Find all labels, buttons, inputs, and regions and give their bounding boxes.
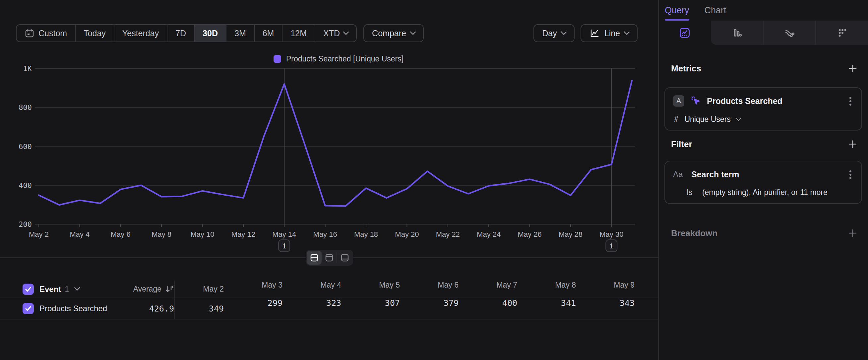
range-label: 7D xyxy=(176,29,186,38)
range-7d-button[interactable]: 7D xyxy=(167,25,194,41)
layout-table-only-button[interactable] xyxy=(337,251,352,265)
chevron-down-icon[interactable] xyxy=(74,285,80,290)
add-breakdown-button[interactable] xyxy=(847,228,858,239)
x-axis-label: May 18 xyxy=(354,230,378,239)
range-label: Custom xyxy=(38,29,67,38)
y-axis-label: 1K xyxy=(23,64,32,73)
metric-card-row: A Products Searched xyxy=(673,95,854,107)
x-axis-label: May 20 xyxy=(395,230,419,239)
add-filter-button[interactable] xyxy=(847,139,858,149)
filter-condition-row[interactable]: Is (empty string), Air purifier, or 11 m… xyxy=(686,188,828,197)
x-axis-label: May 30 xyxy=(599,230,623,239)
bar-chart-icon xyxy=(731,27,743,39)
table-row[interactable]: Products Searched [Un... 426.9 349299323… xyxy=(0,298,658,320)
table-cell-value: 323 xyxy=(282,298,341,319)
sort-icon xyxy=(165,285,174,294)
insights-chart-icon xyxy=(679,27,691,39)
tab-query[interactable]: Query xyxy=(665,0,689,21)
flows-icon xyxy=(783,27,796,39)
data-line-series[interactable] xyxy=(39,80,632,206)
tab-chart-label: Chart xyxy=(705,5,726,16)
range-xtd-button[interactable]: XTD xyxy=(315,25,356,41)
view-tab-flows[interactable] xyxy=(763,21,816,45)
table-col-header: May 2 xyxy=(174,281,224,298)
string-property-icon: Aa xyxy=(673,170,686,179)
date-header-cells: May 2May 3May 4May 5May 6May 7May 8May 9 xyxy=(174,281,634,298)
tab-chart[interactable]: Chart xyxy=(705,0,726,21)
filter-title: Filter xyxy=(671,139,692,149)
view-tab-retention[interactable] xyxy=(815,21,868,45)
x-axis-label: May 22 xyxy=(436,230,460,239)
table-col-header: May 7 xyxy=(459,281,517,298)
breakdown-section-header: Breakdown xyxy=(671,227,858,239)
table-cell-value: 299 xyxy=(224,298,282,319)
average-header-cell[interactable]: Average xyxy=(110,285,174,294)
table-col-header: May 8 xyxy=(517,281,576,298)
x-axis-label: May 24 xyxy=(477,230,501,239)
table-cell-value: 349 xyxy=(174,298,224,319)
results-table: Event 1 Average May 2May 3May 4May 5May … xyxy=(0,281,658,320)
row-checkbox[interactable] xyxy=(23,303,34,314)
line-chart[interactable]: 1K800600400200May 2May 4May 6May 8May 10… xyxy=(0,63,658,256)
x-axis-label: May 12 xyxy=(231,230,255,239)
table-cell-value: 343 xyxy=(576,298,634,319)
range-label: 6M xyxy=(262,29,274,38)
range-label: Today xyxy=(84,29,106,38)
event-header-label: Event xyxy=(39,285,61,294)
metrics-title: Metrics xyxy=(671,63,701,74)
average-header-label: Average xyxy=(133,285,161,294)
layout-chart-only-button[interactable] xyxy=(321,251,337,265)
y-axis-label: 600 xyxy=(19,142,32,151)
range-3m-button[interactable]: 3M xyxy=(226,25,254,41)
line-chart-icon xyxy=(589,28,600,38)
metric-letter-badge: A xyxy=(673,95,684,107)
chart-legend[interactable]: Products Searched [Unique Users] xyxy=(274,54,403,63)
chart-type-button[interactable]: Line xyxy=(581,24,638,42)
legend-swatch xyxy=(274,55,281,63)
range-12m-button[interactable]: 12M xyxy=(282,25,315,41)
filter-property-name: Search term xyxy=(691,170,739,179)
compare-button[interactable]: Compare xyxy=(363,24,424,42)
range-today-button[interactable]: Today xyxy=(75,25,114,41)
cursor-click-icon xyxy=(690,95,701,107)
measure-label: Unique Users xyxy=(684,115,731,124)
view-tab-bar[interactable] xyxy=(711,21,763,45)
annotation-badge-label: 1 xyxy=(282,242,286,250)
granularity-button[interactable]: Day xyxy=(533,24,574,42)
breakdown-title: Breakdown xyxy=(671,228,717,239)
retention-grid-icon xyxy=(836,27,848,39)
chevron-down-icon xyxy=(736,116,741,121)
chevron-down-icon xyxy=(624,29,630,35)
range-yesterday-button[interactable]: Yesterday xyxy=(114,25,167,41)
layout-split-view-button[interactable] xyxy=(307,251,321,265)
compare-label: Compare xyxy=(372,29,406,38)
table-col-header: May 4 xyxy=(282,281,341,298)
x-axis-label: May 16 xyxy=(313,230,337,239)
add-metric-button[interactable] xyxy=(847,63,858,74)
legend-label: Products Searched [Unique Users] xyxy=(286,54,403,63)
row-average-value: 426.9 xyxy=(110,304,174,313)
chevron-down-icon xyxy=(561,29,567,35)
filter-menu-icon[interactable] xyxy=(849,170,851,172)
layout-toggle xyxy=(306,250,353,266)
range-label: 12M xyxy=(290,29,307,38)
event-name-cell: Products Searched [Un... xyxy=(0,303,110,314)
main-panel: CustomTodayYesterday7D30D3M6M12MXTD Comp… xyxy=(0,0,658,360)
range-30d-button[interactable]: 30D xyxy=(194,25,226,41)
filter-card[interactable]: Aa Search term Is (empty string), Air pu… xyxy=(664,161,862,204)
range-6m-button[interactable]: 6M xyxy=(254,25,282,41)
table-cell-value: 379 xyxy=(400,298,459,319)
range-label: XTD xyxy=(323,29,340,38)
view-tab-insights[interactable] xyxy=(659,21,711,45)
metric-menu-icon[interactable] xyxy=(849,97,851,99)
toolbar-right: Day Line xyxy=(533,24,638,42)
table-col-header: May 6 xyxy=(400,281,459,298)
metric-measure-row[interactable]: # Unique Users xyxy=(674,115,740,124)
range-custom-button[interactable]: Custom xyxy=(17,25,75,41)
measure-type-icon: # xyxy=(674,115,678,124)
event-count: 1 xyxy=(65,285,69,294)
filter-value: (empty string), Air purifier, or 11 more xyxy=(702,188,828,197)
metric-card[interactable]: A Products Searched # Unique Users xyxy=(664,87,862,131)
x-axis-label: May 8 xyxy=(152,230,172,239)
select-all-checkbox[interactable] xyxy=(23,284,34,295)
